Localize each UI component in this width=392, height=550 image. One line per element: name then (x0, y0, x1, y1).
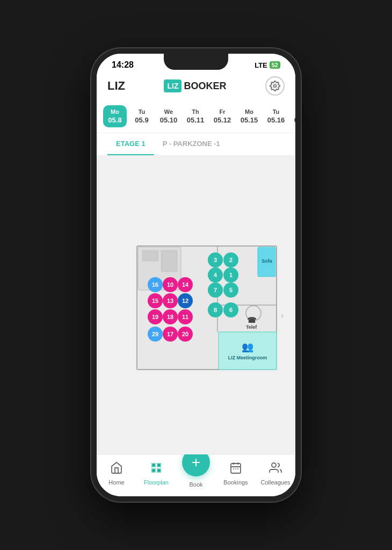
home-icon (110, 461, 123, 477)
bookings-icon (229, 461, 242, 477)
signal-strength: 52 (270, 61, 280, 69)
phone-frame: 14:28 LTE 52 LIZ LIZ BOOKER Mo (91, 48, 301, 502)
status-time: 14:28 (112, 60, 134, 70)
svg-point-0 (273, 85, 276, 88)
seat-20[interactable]: 20 (178, 327, 193, 342)
status-right: LTE 52 (255, 61, 280, 69)
nav-home[interactable]: Home (100, 461, 133, 486)
colleagues-label: Colleagues (260, 479, 290, 486)
notch (164, 54, 228, 70)
seat-8[interactable]: 8 (208, 302, 223, 317)
day-item-4[interactable]: Fr 05.12 (210, 105, 234, 127)
book-label: Book (189, 481, 202, 488)
settings-button[interactable] (265, 76, 285, 96)
logo-box: LIZ (164, 79, 182, 92)
logo-container: LIZ BOOKER (164, 79, 226, 92)
seat-14[interactable]: 14 (178, 277, 193, 292)
day-item-7[interactable]: We 05.17 (291, 105, 295, 127)
seat-2[interactable]: 2 (223, 252, 238, 267)
nav-book[interactable]: + Book (180, 459, 212, 488)
seat-18[interactable]: 18 (163, 309, 178, 324)
day-selector: Mo 05.8 Tu 05.9 We 05.10 Th 05.11 Fr 05.… (97, 101, 295, 133)
seat-1[interactable]: 1 (223, 267, 238, 283)
seat-7[interactable]: 7 (208, 283, 223, 298)
colleagues-icon (269, 461, 282, 477)
day-item-2[interactable]: We 05.10 (157, 105, 180, 127)
day-item-0[interactable]: Mo 05.8 (103, 105, 127, 127)
telef-label: ☎ Telef (246, 316, 257, 330)
meeting-room-label: LIZ Meetingroom (228, 355, 267, 360)
floorplan-icon (150, 461, 163, 477)
home-label: Home (108, 479, 124, 486)
day-item-3[interactable]: Th 05.11 (184, 105, 207, 127)
nav-bookings[interactable]: Bookings (220, 461, 252, 486)
svg-point-18 (272, 463, 276, 467)
bookings-label: Bookings (223, 479, 248, 486)
nav-colleagues[interactable]: Colleagues (259, 461, 292, 486)
lte-label: LTE (255, 61, 267, 69)
seat-4[interactable]: 4 (208, 267, 223, 283)
seat-29[interactable]: 29 (148, 327, 163, 342)
app-title: LIZ (107, 79, 125, 93)
meeting-room[interactable]: 👥 LIZ Meetingroom (219, 332, 276, 369)
seat-5[interactable]: 5 (223, 283, 238, 298)
floor-outline: › (105, 214, 287, 396)
sofa-area: Sofa (258, 247, 275, 275)
seat-11[interactable]: 11 (178, 309, 193, 324)
seat-12[interactable]: 12 (178, 293, 193, 308)
seat-13[interactable]: 13 (163, 293, 178, 308)
floorplan-label: Floorplan (144, 479, 169, 486)
seat-3[interactable]: 3 (208, 252, 223, 267)
floor-plan: › 3 2 4 1 7 5 8 6 (105, 214, 287, 396)
seat-6[interactable]: 6 (223, 302, 238, 317)
day-item-6[interactable]: Tu 05.16 (264, 105, 288, 127)
svg-text:›: › (281, 311, 284, 320)
floor-plan-area: › 3 2 4 1 7 5 8 6 (97, 156, 295, 454)
day-item-1[interactable]: Tu 05.9 (130, 105, 154, 127)
floor-tab-parkzone[interactable]: P - PARKZONE -1 (154, 133, 229, 155)
seat-19[interactable]: 19 (148, 309, 163, 324)
floor-tabs: ETAGE 1 P - PARKZONE -1 (97, 133, 295, 156)
day-item-5[interactable]: Mo 05.15 (237, 105, 261, 127)
seat-10[interactable]: 10 (163, 277, 178, 292)
phone-screen: 14:28 LTE 52 LIZ LIZ BOOKER Mo (97, 54, 295, 496)
logo-text: BOOKER (184, 81, 226, 92)
seat-15[interactable]: 15 (148, 293, 163, 308)
seat-17[interactable]: 17 (163, 327, 178, 342)
seat-16[interactable]: 16 (148, 277, 163, 292)
svg-rect-7 (142, 250, 158, 261)
app-header: LIZ LIZ BOOKER (97, 72, 295, 101)
floor-tab-etage1[interactable]: ETAGE 1 (107, 133, 154, 155)
bottom-nav: Home Floorplan + Book (97, 454, 295, 496)
nav-floorplan[interactable]: Floorplan (140, 461, 172, 486)
svg-rect-8 (161, 250, 177, 272)
